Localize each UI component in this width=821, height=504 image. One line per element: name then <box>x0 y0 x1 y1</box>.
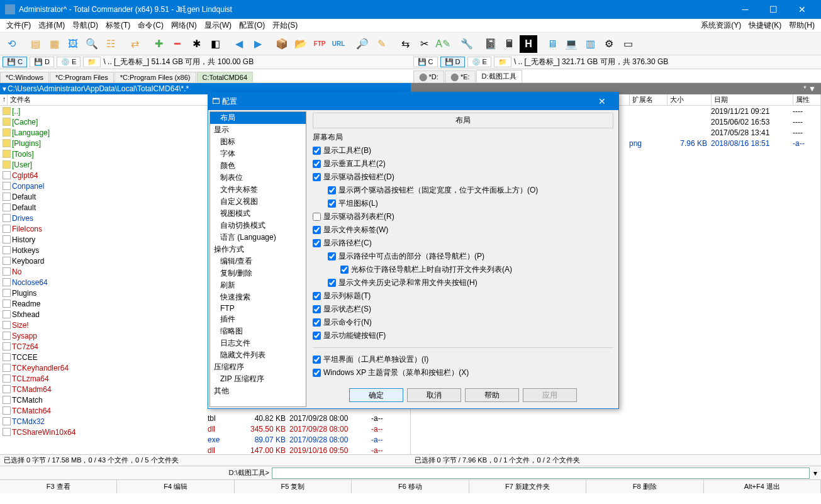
compare-icon[interactable]: ⇆ <box>396 35 414 53</box>
tree-item[interactable]: 缩略图 <box>210 325 306 337</box>
checkbox-row[interactable]: 显示驱动器按钮栏(D) <box>313 171 613 184</box>
ok-button[interactable]: 确定 <box>349 388 403 402</box>
panel-icon[interactable]: ▥ <box>581 35 599 53</box>
help-button[interactable]: 帮助 <box>465 388 519 402</box>
checkbox[interactable] <box>328 186 336 194</box>
file-row[interactable]: exe89.07 KB2017/09/28 08:00-a-- <box>208 434 409 445</box>
tree-item[interactable]: ZIP 压缩程序 <box>210 373 306 385</box>
tab[interactable]: ⬤ *E: <box>445 70 476 82</box>
tree-item[interactable]: 语言 (Language) <box>210 232 306 244</box>
col-ext[interactable]: 扩展名 <box>630 94 667 105</box>
tree-item[interactable]: 日志文件 <box>210 337 306 349</box>
drive-root-left[interactable]: 📁 <box>83 57 101 67</box>
menu-item[interactable]: 帮助(H) <box>785 19 818 32</box>
maximize-button[interactable]: ☐ <box>759 0 788 19</box>
cancel-button[interactable]: 取消 <box>407 388 461 402</box>
forward-icon[interactable]: ▶ <box>249 35 267 53</box>
drive-c-right[interactable]: 💾 C <box>413 57 438 67</box>
fn-button[interactable]: F6 移动 <box>352 480 469 493</box>
fn-button[interactable]: F3 查看 <box>0 480 117 493</box>
fn-button[interactable]: F7 新建文件夹 <box>469 480 586 493</box>
file-row[interactable]: tbl40.82 KB2017/09/28 08:00-a-- <box>208 413 409 423</box>
checkbox[interactable] <box>340 266 349 274</box>
menu-item[interactable]: 选择(M) <box>35 19 69 32</box>
checkbox-row[interactable]: 显示路径中可点击的部分（路径导航栏）(P) <box>313 250 613 263</box>
col-size[interactable]: 大小 <box>667 94 712 105</box>
find-icon[interactable]: 🔎 <box>354 35 371 53</box>
back-icon[interactable]: ◀ <box>230 35 248 53</box>
copy-names-icon[interactable]: ▤ <box>26 35 44 53</box>
minimize-button[interactable]: ─ <box>731 0 759 19</box>
cmd-icon[interactable]: ▭ <box>619 35 637 53</box>
ftp-icon[interactable]: FTP <box>311 35 328 53</box>
col-date[interactable]: 日期 <box>712 94 793 105</box>
tree-item[interactable]: 插件 <box>210 313 306 325</box>
search-icon[interactable]: 🔍 <box>83 35 101 53</box>
checkbox[interactable] <box>313 147 321 155</box>
fn-button[interactable]: F4 编辑 <box>117 480 234 493</box>
diff-icon[interactable]: ✂ <box>415 35 433 53</box>
url-icon[interactable]: URL <box>330 35 347 53</box>
tree-item[interactable]: 字体 <box>210 148 306 160</box>
checkbox-row[interactable]: 显示驱动器列表栏(R) <box>313 210 613 223</box>
checkbox[interactable] <box>328 279 336 287</box>
file-row[interactable]: dll345.50 KB2017/09/28 08:00-a-- <box>208 423 409 434</box>
tree-icon[interactable]: ☷ <box>102 35 120 53</box>
checkbox-row[interactable]: 显示两个驱动器按钮栏（固定宽度，位于文件面板上方）(O) <box>313 184 613 197</box>
tree-item[interactable]: 刷新 <box>210 279 306 291</box>
unpack-icon[interactable]: 📂 <box>292 35 310 53</box>
checkbox[interactable] <box>328 199 336 208</box>
checkbox-row[interactable]: 显示列标题(T) <box>313 289 613 303</box>
menu-item[interactable]: 配置(O) <box>235 19 269 32</box>
calc-icon[interactable]: 🖩 <box>501 35 518 53</box>
tree-item[interactable]: 制表位 <box>210 172 306 184</box>
menu-item[interactable]: 标签(T) <box>102 19 134 32</box>
desktop-icon[interactable]: 🖥 <box>544 35 561 53</box>
checkbox-row[interactable]: 光标位于路径导航栏上时自动打开文件夹列表(A) <box>313 263 613 276</box>
tree-item[interactable]: 其他 <box>210 385 306 397</box>
close-button[interactable]: ✕ <box>788 0 816 19</box>
drive-e-left[interactable]: 💿 E <box>57 57 81 67</box>
fn-button[interactable]: F8 删除 <box>586 480 703 493</box>
checkbox-row[interactable]: 显示垂直工具栏(2) <box>313 157 613 171</box>
notepad-icon[interactable]: 📓 <box>482 35 500 53</box>
checkbox-row[interactable]: 显示路径栏(C) <box>313 237 613 250</box>
tab[interactable]: C:TotalCMD64 <box>197 72 254 82</box>
drive-d-left[interactable]: 💾 D <box>30 57 54 67</box>
tab[interactable]: *C:Program Files (x86) <box>114 72 196 82</box>
fn-button[interactable]: F5 复制 <box>235 480 352 493</box>
image-icon[interactable]: 🖼 <box>64 35 82 53</box>
tree-item[interactable]: 压缩程序 <box>210 361 306 373</box>
command-dropdown-icon[interactable]: ▾ <box>810 469 821 478</box>
checkbox-row[interactable]: 平坦图标(L) <box>313 197 613 210</box>
tab[interactable]: D:截图工具 <box>476 70 522 82</box>
rename-icon[interactable]: ✎ <box>372 35 390 53</box>
tree-item[interactable]: 视图模式 <box>210 208 306 220</box>
tab[interactable]: ⬤ *D: <box>413 70 444 82</box>
file-row[interactable]: dll147.00 KB2019/10/16 09:50-a-- <box>208 445 409 456</box>
drive-d-right[interactable]: 💾 D <box>440 57 465 67</box>
menu-item[interactable]: 快捷键(K) <box>745 19 785 32</box>
invert-icon[interactable]: ◧ <box>206 35 224 53</box>
checkbox[interactable] <box>313 318 321 327</box>
checkbox[interactable] <box>313 305 321 313</box>
tab[interactable]: *C:Windows <box>0 72 49 82</box>
checkbox[interactable] <box>313 173 321 181</box>
apply-button[interactable]: 应用 <box>523 388 577 402</box>
attr-icon[interactable]: A✎ <box>434 35 452 53</box>
sync-icon[interactable]: ⇄ <box>126 35 143 53</box>
tree-item[interactable]: 编辑/查看 <box>210 255 306 267</box>
checkbox[interactable] <box>313 239 321 247</box>
drive-e-right[interactable]: 💿 E <box>467 57 491 67</box>
tree-item[interactable]: 快速搜索 <box>210 291 306 303</box>
checkbox-row[interactable]: 显示状态栏(S) <box>313 303 613 316</box>
checkbox-row[interactable]: 显示功能键按钮(F) <box>313 329 613 342</box>
remove-icon[interactable]: ━ <box>169 35 186 53</box>
menu-item[interactable]: 系统资源(Y) <box>697 19 745 32</box>
menu-item[interactable]: 网络(N) <box>167 19 201 32</box>
checkbox-row[interactable]: 显示文件夹标签(W) <box>313 223 613 237</box>
tree-item[interactable]: 颜色 <box>210 160 306 172</box>
drive-root-right[interactable]: 📁 <box>494 57 511 67</box>
select-all-icon[interactable]: ✱ <box>187 35 205 53</box>
tree-item[interactable]: 图标 <box>210 136 306 148</box>
